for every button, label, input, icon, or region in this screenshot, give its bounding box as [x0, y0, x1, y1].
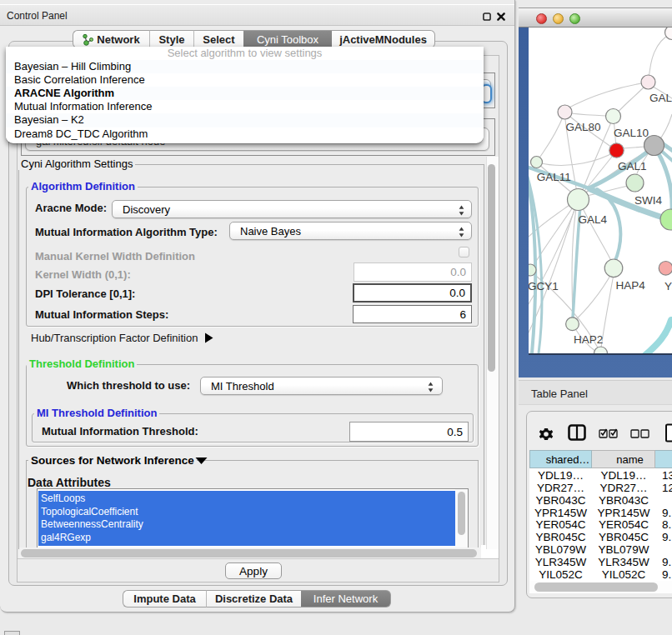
svg-text:GAL4: GAL4 [579, 213, 608, 226]
svg-text:GAL11: GAL11 [537, 171, 571, 183]
svg-text:HAP4: HAP4 [616, 279, 646, 292]
svg-text:GAL1: GAL1 [618, 160, 647, 172]
svg-text:GAL80: GAL80 [566, 121, 601, 133]
svg-text:GAL10: GAL10 [614, 127, 649, 139]
svg-text:GAL2: GAL2 [649, 92, 672, 104]
svg-text:GCY1: GCY1 [529, 280, 559, 292]
svg-text:HAP2: HAP2 [574, 333, 603, 346]
svg-text:SWI4: SWI4 [634, 194, 662, 207]
svg-text:YJ: YJ [664, 280, 672, 292]
